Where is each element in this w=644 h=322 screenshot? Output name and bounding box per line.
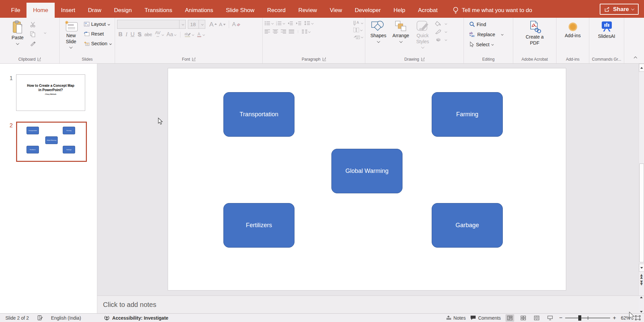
copy-button[interactable] bbox=[29, 30, 37, 38]
format-painter-button[interactable] bbox=[29, 40, 37, 48]
slide-indicator[interactable]: Slide 2 of 2 bbox=[5, 315, 29, 321]
font-dialog-launcher[interactable] bbox=[192, 58, 196, 61]
slide-editing-area[interactable]: Transportation Farming Global Warming Fe… bbox=[97, 64, 639, 296]
spell-check-icon[interactable] bbox=[38, 315, 43, 320]
notes-pane[interactable]: Click to add notes bbox=[97, 296, 639, 313]
fit-slide-to-window-button[interactable] bbox=[635, 315, 641, 320]
tab-acrobat[interactable]: Acrobat bbox=[412, 3, 444, 18]
shape-farming[interactable]: Farming bbox=[432, 92, 503, 137]
bullets-button[interactable] bbox=[265, 21, 273, 25]
view-reading-button[interactable] bbox=[532, 314, 541, 322]
shape-transportation[interactable]: Transportation bbox=[223, 92, 294, 137]
tab-record[interactable]: Record bbox=[261, 3, 292, 18]
tab-design[interactable]: Design bbox=[108, 3, 138, 18]
replace-button[interactable]: abac Replace bbox=[468, 30, 504, 38]
scroll-up-button[interactable] bbox=[639, 64, 644, 72]
tell-me-box[interactable]: Tell me what you want to do bbox=[453, 3, 532, 18]
create-pdf-button[interactable]: Create a PDF bbox=[521, 20, 548, 56]
notes-scrollbar[interactable] bbox=[639, 296, 644, 313]
underline-button[interactable]: U bbox=[130, 31, 135, 38]
character-spacing-button[interactable]: AV⇔ bbox=[155, 31, 163, 38]
shape-garbage[interactable]: Garbage bbox=[432, 203, 503, 248]
slide-canvas[interactable]: Transportation Farming Global Warming Fe… bbox=[168, 68, 566, 291]
shape-global-warming[interactable]: Global Warming bbox=[331, 149, 402, 193]
paste-button[interactable]: Paste bbox=[10, 20, 25, 56]
tab-file[interactable]: File bbox=[5, 3, 26, 18]
vertical-scrollbar[interactable]: ▲▲ ▼▼ bbox=[639, 64, 644, 296]
font-color-button[interactable]: A bbox=[197, 32, 205, 37]
shape-fertilizers[interactable]: Fertilizers bbox=[223, 203, 294, 248]
view-normal-button[interactable] bbox=[505, 314, 514, 322]
copy-options-chevron[interactable] bbox=[41, 28, 49, 37]
quick-styles-button[interactable]: Quick Styles bbox=[412, 20, 433, 56]
convert-to-smartart-button[interactable] bbox=[353, 35, 363, 39]
comments-button[interactable]: Comments bbox=[470, 315, 501, 321]
align-text-button[interactable] bbox=[353, 27, 363, 33]
collapse-ribbon-button[interactable] bbox=[634, 57, 637, 60]
columns-button[interactable] bbox=[302, 29, 310, 34]
tab-animations[interactable]: Animations bbox=[178, 3, 219, 18]
drawing-dialog-launcher[interactable] bbox=[421, 58, 425, 61]
view-slideshow-button[interactable] bbox=[546, 314, 554, 322]
shape-outline-button[interactable] bbox=[435, 29, 447, 34]
italic-button[interactable]: I bbox=[125, 31, 127, 38]
bold-button[interactable]: B bbox=[118, 31, 122, 38]
select-button[interactable]: Select bbox=[468, 41, 504, 48]
tab-home[interactable]: Home bbox=[26, 3, 54, 18]
slide-2-thumbnail[interactable]: Transportation Farming Global Warming Fe… bbox=[16, 122, 87, 162]
clipboard-dialog-launcher[interactable] bbox=[38, 58, 41, 61]
tab-slide-show[interactable]: Slide Show bbox=[220, 3, 261, 18]
zoom-out-button[interactable]: − bbox=[559, 315, 562, 321]
text-shadow-button[interactable]: S bbox=[138, 31, 141, 38]
notes-scroll-down[interactable] bbox=[640, 311, 643, 313]
next-slide-button[interactable]: ▼▼ bbox=[639, 280, 644, 285]
language-indicator[interactable]: English (India) bbox=[51, 315, 81, 321]
cut-button[interactable] bbox=[29, 20, 37, 28]
layout-button[interactable]: Layout bbox=[83, 20, 113, 28]
notes-toggle-button[interactable]: Notes bbox=[446, 315, 466, 321]
view-slide-sorter-button[interactable] bbox=[519, 314, 528, 322]
tab-review[interactable]: Review bbox=[292, 3, 323, 18]
tab-help[interactable]: Help bbox=[387, 3, 412, 18]
zoom-slider-thumb[interactable] bbox=[578, 315, 581, 321]
tab-transitions[interactable]: Transitions bbox=[138, 3, 179, 18]
scroll-down-button[interactable] bbox=[639, 264, 644, 272]
align-center-button[interactable] bbox=[273, 29, 278, 34]
accessibility-status[interactable]: Accessibility: Investigate bbox=[112, 315, 168, 321]
line-spacing-button[interactable] bbox=[304, 21, 313, 25]
paragraph-dialog-launcher[interactable] bbox=[323, 58, 326, 61]
zoom-in-button[interactable]: + bbox=[613, 315, 616, 321]
clear-formatting-button[interactable]: A bbox=[232, 21, 240, 28]
align-left-button[interactable] bbox=[265, 29, 270, 34]
change-case-button[interactable]: Aa bbox=[167, 31, 176, 38]
align-right-button[interactable] bbox=[281, 29, 286, 34]
grow-font-button[interactable]: A bbox=[209, 21, 217, 28]
strikethrough-button[interactable]: abc bbox=[145, 32, 152, 37]
notes-scroll-up[interactable] bbox=[640, 297, 643, 298]
slide-1-thumbnail[interactable]: How to Create a Concept Map in PowerPoin… bbox=[16, 74, 85, 111]
shape-effects-button[interactable] bbox=[435, 37, 447, 42]
increase-indent-button[interactable] bbox=[296, 21, 302, 25]
shapes-button[interactable]: Shapes bbox=[367, 20, 389, 56]
tab-developer[interactable]: Developer bbox=[348, 3, 387, 18]
font-size-combobox[interactable]: 18 bbox=[188, 20, 205, 29]
highlight-color-button[interactable]: ab bbox=[184, 32, 194, 37]
font-name-combobox[interactable] bbox=[117, 20, 186, 29]
tab-insert[interactable]: Insert bbox=[55, 3, 82, 18]
share-button[interactable]: Share bbox=[600, 4, 639, 15]
reset-button[interactable]: Reset bbox=[83, 30, 113, 38]
scrollbar-thumb[interactable] bbox=[639, 164, 644, 262]
section-button[interactable]: Section bbox=[83, 40, 113, 47]
shape-fill-button[interactable] bbox=[435, 21, 447, 26]
arrange-button[interactable]: Arrange bbox=[390, 20, 412, 56]
find-button[interactable]: Find bbox=[468, 20, 504, 28]
text-direction-button[interactable]: A bbox=[353, 20, 363, 25]
addins-button[interactable]: Add-ins bbox=[561, 20, 585, 56]
tab-draw[interactable]: Draw bbox=[82, 3, 108, 18]
previous-slide-button[interactable]: ▲▲ bbox=[639, 274, 644, 278]
decrease-indent-button[interactable] bbox=[287, 21, 293, 25]
zoom-slider[interactable]: − + bbox=[559, 315, 616, 321]
numbering-button[interactable]: 123 bbox=[276, 21, 285, 25]
shrink-font-button[interactable]: A bbox=[219, 21, 226, 27]
justify-button[interactable] bbox=[289, 29, 294, 34]
